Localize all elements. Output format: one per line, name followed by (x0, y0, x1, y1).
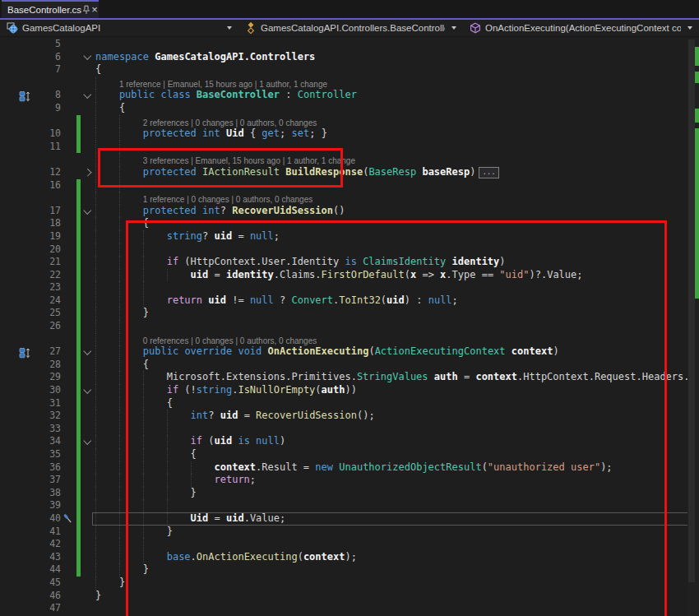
codelens-text[interactable]: 0 references | 0 changes | 0 authors, 0 … (143, 335, 317, 346)
codelens-row[interactable]: 3 references | Emanuel, 15 hours ago | 1… (0, 153, 699, 166)
line-number: 10 (38, 127, 61, 141)
codelens-row[interactable]: 2 references | 0 changes | 0 authors, 0 … (0, 115, 699, 128)
code-line: 35{ (0, 448, 699, 461)
fold-margin (81, 205, 95, 218)
code-line: 20 (0, 243, 699, 257)
breadcrumb: GamesCatalogAPI GamesCatalogAPI.Controll… (0, 20, 699, 37)
scrollbar-change-mark (695, 109, 699, 123)
close-icon[interactable]: × (91, 4, 98, 16)
collapsed-region-box[interactable]: ... (479, 167, 498, 178)
indent-guide (119, 153, 120, 166)
indent-guide (95, 410, 96, 423)
fold-margin (81, 526, 95, 539)
line-number: 38 (38, 487, 61, 500)
glyph-margin (0, 423, 38, 436)
scrollbar-thumb[interactable] (688, 39, 695, 582)
indent-guide (143, 448, 144, 461)
code-text: 0 references | 0 changes | 0 authors, 0 … (95, 333, 699, 346)
glyph-margin (0, 320, 38, 333)
quick-actions-margin (61, 423, 74, 436)
code-editor[interactable]: 56namespace GamesCatalogAPI.Controllers7… (0, 38, 699, 616)
glyph-margin (0, 474, 38, 487)
glyph-margin (0, 294, 38, 308)
indent-guide (167, 269, 168, 282)
quick-actions-margin (61, 602, 74, 615)
indent-guide (143, 243, 144, 257)
pin-icon[interactable] (81, 4, 91, 16)
codelens-row[interactable]: 1 reference | 0 changes | 0 authors, 0 c… (0, 192, 699, 205)
fold-expanded-icon[interactable] (84, 347, 91, 354)
vertical-scrollbar[interactable] (687, 38, 699, 616)
glyph-margin (0, 243, 38, 257)
code-text: 2 references | 0 changes | 0 authors, 0 … (95, 115, 699, 128)
code-text (95, 423, 699, 436)
indent-guide (119, 423, 120, 436)
line-number: 33 (38, 423, 61, 436)
indent-guide (95, 384, 96, 397)
quick-actions-margin (61, 281, 74, 294)
line-number (38, 192, 61, 205)
fold-expanded-icon[interactable] (84, 206, 91, 214)
glyph-margin (0, 179, 38, 192)
indent-guide (119, 371, 120, 384)
fold-margin (81, 166, 95, 179)
indent-guide (143, 397, 144, 410)
codelens-text[interactable]: 3 references | Emanuel, 15 hours ago | 1… (143, 155, 355, 166)
class-icon (245, 22, 257, 34)
indent-guide (143, 435, 144, 448)
fold-margin (81, 38, 95, 51)
code-line: 22uid = identity.Claims.FirstOrDefault(x… (0, 269, 699, 282)
code-line: 47 (0, 602, 699, 615)
quick-actions-margin (61, 384, 74, 397)
code-text (95, 179, 699, 192)
indent-guide (119, 345, 120, 359)
code-line: 5 (0, 38, 699, 51)
line-number: 47 (38, 602, 61, 615)
codelens-text[interactable]: 1 reference | 0 changes | 0 authors, 0 c… (143, 193, 312, 205)
fold-margin (81, 384, 95, 397)
code-text: public override void OnActionExecuting(A… (95, 345, 699, 359)
code-line: 34if (uid is null) (0, 435, 699, 448)
code-text: int? uid = RecoverUidSession(); (95, 410, 699, 423)
fold-margin (81, 89, 95, 102)
vs-editor-window: BaseController.cs × GamesCatalogAPI Game… (0, 0, 699, 616)
indent-guide (95, 397, 96, 410)
indent-guide (95, 448, 96, 461)
codelens-row[interactable]: 1 reference | Emanuel, 15 hours ago | 1 … (0, 76, 699, 90)
line-number: 39 (38, 499, 61, 512)
code-line: 25} (0, 307, 699, 320)
fold-expanded-icon[interactable] (84, 90, 91, 98)
indent-guide (143, 461, 144, 475)
quick-actions-margin (61, 448, 74, 461)
fold-expanded-icon[interactable] (84, 437, 91, 444)
fold-margin (81, 563, 95, 577)
indent-guide (95, 499, 96, 512)
breadcrumb-method[interactable]: OnActionExecuting(ActionExecutingContext… (463, 20, 699, 36)
fold-expanded-icon[interactable] (84, 386, 91, 393)
code-text: return uid != null ? Convert.ToInt32(uid… (95, 294, 699, 308)
glyph-margin (0, 127, 38, 141)
code-text: Uid = uid.Value; (95, 512, 699, 526)
breadcrumb-project[interactable]: GamesCatalogAPI (0, 20, 238, 36)
breadcrumb-class[interactable]: GamesCatalogAPI.Controllers.BaseControll… (238, 20, 463, 36)
code-line: 29Microsoft.Extensions.Primitives.String… (0, 371, 699, 384)
codelens-text[interactable]: 2 references | 0 changes | 0 authors, 0 … (143, 117, 317, 128)
indent-guide (119, 115, 120, 128)
fold-margin (81, 153, 95, 166)
fold-margin (81, 76, 95, 90)
fold-collapsed-icon[interactable] (84, 169, 91, 176)
indent-guide (95, 179, 96, 192)
line-number: 28 (38, 359, 61, 372)
code-text: if (!string.IsNullOrEmpty(auth)) (95, 384, 699, 397)
line-number: 27 (38, 345, 61, 359)
tab-basecontroller[interactable]: BaseController.cs × (2, 0, 99, 18)
codelens-text[interactable]: 1 reference | Emanuel, 15 hours ago | 1 … (119, 78, 327, 90)
fold-expanded-icon[interactable] (84, 52, 91, 59)
fold-margin (81, 217, 95, 230)
codelens-row[interactable]: 0 references | 0 changes | 0 authors, 0 … (0, 333, 699, 346)
code-line: 45} (0, 577, 699, 590)
glyph-margin (0, 141, 38, 154)
code-line: 21if (HttpContext.User.Identity is Claim… (0, 256, 699, 269)
quick-actions-margin (61, 205, 74, 218)
indent-guide (95, 487, 96, 500)
